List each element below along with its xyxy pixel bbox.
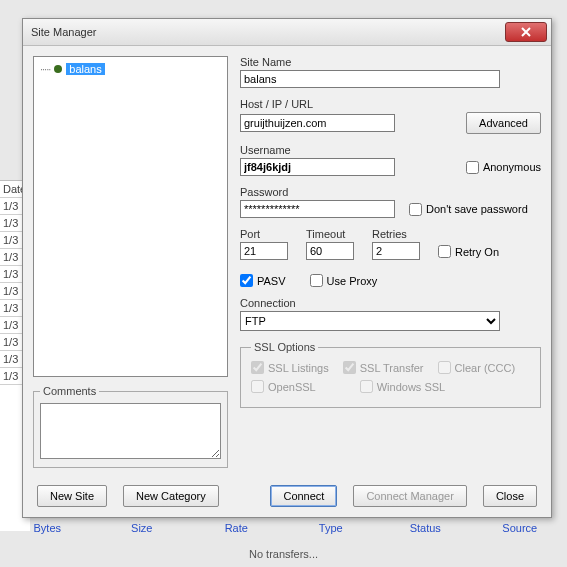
- retries-input[interactable]: [372, 242, 420, 260]
- tree-item-balans[interactable]: ····· balans: [40, 63, 221, 75]
- port-label: Port: [240, 228, 288, 240]
- windows-ssl-checkbox: Windows SSL: [360, 380, 445, 393]
- retry-on-checkbox[interactable]: Retry On: [438, 245, 499, 258]
- connect-manager-button: Connect Manager: [353, 485, 466, 507]
- tree-item-label: balans: [66, 63, 104, 75]
- use-proxy-checkbox[interactable]: Use Proxy: [310, 274, 378, 287]
- ssl-transfer-checkbox: SSL Transfer: [343, 361, 424, 374]
- connect-button[interactable]: Connect: [270, 485, 337, 507]
- comments-legend: Comments: [40, 385, 99, 397]
- tree-branch-icon: ·····: [40, 63, 50, 75]
- username-input[interactable]: [240, 158, 395, 176]
- pasv-checkbox[interactable]: PASV: [240, 274, 286, 287]
- ssl-options-group: SSL Options SSL Listings SSL Transfer Cl…: [240, 341, 541, 408]
- timeout-input[interactable]: [306, 242, 354, 260]
- bg-status-text: No transfers...: [0, 548, 567, 560]
- bg-columns: Bytes Size Rate Type Status Source: [0, 522, 567, 540]
- comments-input[interactable]: [40, 403, 221, 459]
- dialog-footer: New Site New Category Connect Connect Ma…: [23, 475, 551, 517]
- window-title: Site Manager: [31, 26, 505, 38]
- site-name-label: Site Name: [240, 56, 541, 68]
- advanced-button[interactable]: Advanced: [466, 112, 541, 134]
- new-site-button[interactable]: New Site: [37, 485, 107, 507]
- password-input[interactable]: [240, 200, 395, 218]
- site-name-input[interactable]: [240, 70, 500, 88]
- host-label: Host / IP / URL: [240, 98, 541, 110]
- site-bullet-icon: [54, 65, 62, 73]
- connection-label: Connection: [240, 297, 541, 309]
- password-label: Password: [240, 186, 541, 198]
- clear-ccc-checkbox: Clear (CCC): [438, 361, 516, 374]
- site-manager-dialog: Site Manager ····· balans Comments: [22, 18, 552, 518]
- new-category-button[interactable]: New Category: [123, 485, 219, 507]
- close-icon[interactable]: [505, 22, 547, 42]
- titlebar[interactable]: Site Manager: [23, 19, 551, 46]
- comments-group: Comments: [33, 385, 228, 468]
- ssl-options-legend: SSL Options: [251, 341, 318, 353]
- anonymous-checkbox[interactable]: Anonymous: [466, 161, 541, 174]
- port-input[interactable]: [240, 242, 288, 260]
- retries-label: Retries: [372, 228, 420, 240]
- ssl-listings-checkbox: SSL Listings: [251, 361, 329, 374]
- timeout-label: Timeout: [306, 228, 354, 240]
- host-input[interactable]: [240, 114, 395, 132]
- close-button[interactable]: Close: [483, 485, 537, 507]
- openssl-checkbox: OpenSSL: [251, 380, 316, 393]
- dont-save-password-checkbox[interactable]: Don't save password: [409, 203, 528, 216]
- username-label: Username: [240, 144, 541, 156]
- connection-select[interactable]: FTP: [240, 311, 500, 331]
- site-tree[interactable]: ····· balans: [33, 56, 228, 377]
